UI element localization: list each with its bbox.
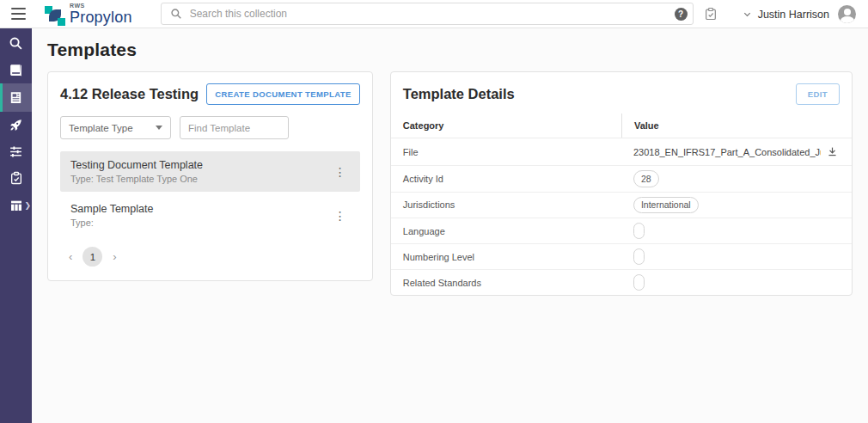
table-row: File 23018_EN_IFRS17_Part_A_Consolidated… — [391, 138, 852, 166]
logo-product: Propylon — [70, 9, 132, 25]
value-chip: 28 — [633, 170, 659, 187]
table-row: Related Standards — [391, 270, 852, 295]
details-title: Template Details — [403, 86, 515, 102]
pagination: ‹ 1 › — [60, 247, 360, 267]
row-category: Activity Id — [391, 168, 621, 190]
template-subtitle: Type: Test Template Type One — [70, 174, 203, 184]
sidebar-nav: ❯ — [0, 28, 32, 423]
logo-text: RWS Propylon — [70, 3, 132, 25]
tasks-icon — [9, 171, 23, 186]
template-type-value: Template Type — [69, 123, 133, 133]
create-document-template-button[interactable]: CREATE DOCUMENT TEMPLATE — [206, 83, 360, 105]
search-input[interactable] — [190, 3, 693, 24]
template-subtitle: Type: — [70, 218, 153, 228]
row-category: Related Standards — [391, 272, 621, 294]
pagination-prev[interactable]: ‹ — [65, 250, 76, 263]
templates-icon — [9, 90, 23, 105]
value-chip-empty — [633, 223, 645, 239]
logo-company: RWS — [70, 3, 132, 9]
hamburger-menu-icon[interactable] — [11, 8, 28, 20]
column-header-value: Value — [621, 113, 852, 138]
sidebar-item-publish[interactable] — [0, 112, 32, 138]
chevron-right-icon[interactable]: ❯ — [24, 201, 31, 210]
chevron-down-icon — [743, 9, 752, 19]
kebab-menu-icon[interactable]: ⋮ — [331, 208, 350, 224]
sidebar-item-templates[interactable] — [0, 83, 32, 112]
reports-icon — [9, 199, 23, 212]
template-list-item[interactable]: Testing Document Template Type: Test Tem… — [60, 151, 360, 192]
value-chip: International — [633, 197, 699, 214]
table-row: Numbering Level — [391, 244, 852, 270]
template-details-panel: Template Details EDIT Category Value Fil… — [390, 71, 853, 296]
template-title: Testing Document Template — [70, 159, 203, 171]
template-type-select[interactable]: Template Type — [60, 116, 171, 139]
search-icon — [170, 8, 182, 20]
sidebar-item-tasks[interactable] — [0, 165, 32, 192]
rws-pinwheel-icon — [45, 4, 66, 26]
filters-icon — [9, 144, 23, 159]
page-title: Templates — [47, 40, 853, 60]
help-icon[interactable]: ? — [675, 8, 688, 21]
user-name: Justin Harrison — [758, 9, 829, 21]
table-row: Jurisdictions International — [391, 193, 852, 219]
sidebar-item-settings[interactable] — [0, 138, 32, 165]
file-name: 23018_EN_IFRS17_Part_A_Consolidated_July… — [633, 147, 821, 157]
template-list: Testing Document Template Type: Test Tem… — [60, 151, 360, 236]
row-category: Jurisdictions — [391, 193, 621, 216]
library-icon — [9, 63, 23, 77]
find-template-input[interactable] — [180, 116, 289, 139]
search-icon — [9, 36, 23, 51]
kebab-menu-icon[interactable]: ⋮ — [331, 164, 350, 180]
column-header-category: Category — [391, 113, 621, 138]
value-chip-empty — [633, 248, 645, 265]
sidebar-item-reports[interactable]: ❯ — [0, 192, 32, 218]
templates-panel: 4.12 Release Testing CREATE DOCUMENT TEM… — [47, 71, 373, 281]
edit-button[interactable]: EDIT — [796, 83, 840, 105]
caret-down-icon — [156, 126, 162, 130]
user-menu[interactable]: Justin Harrison — [743, 9, 829, 21]
template-list-item[interactable]: Sample Template Type: ⋮ — [60, 195, 360, 236]
collection-title: 4.12 Release Testing — [60, 86, 199, 102]
main-content: Templates 4.12 Release Testing CREATE DO… — [32, 28, 868, 423]
row-category: Numbering Level — [391, 246, 621, 268]
template-title: Sample Template — [70, 203, 153, 215]
value-chip-empty — [633, 274, 645, 291]
pagination-page-1[interactable]: 1 — [83, 247, 102, 267]
download-icon[interactable] — [825, 144, 840, 159]
global-search — [161, 3, 694, 25]
rocket-icon — [9, 118, 23, 132]
avatar[interactable] — [838, 5, 856, 23]
row-category: File — [391, 141, 621, 163]
row-category: Language — [391, 220, 621, 242]
details-table: Category Value File 23018_EN_IFRS17_Part… — [391, 113, 852, 295]
top-header: RWS Propylon ? Justin Harrison — [0, 0, 868, 28]
app-logo[interactable]: RWS Propylon — [45, 3, 132, 26]
table-row: Activity Id 28 — [391, 166, 852, 193]
sidebar-item-search[interactable] — [0, 30, 32, 57]
clipboard-check-icon[interactable] — [704, 7, 718, 21]
pagination-next[interactable]: › — [109, 250, 119, 263]
sidebar-item-library[interactable] — [0, 57, 32, 83]
table-row: Language — [391, 218, 852, 244]
